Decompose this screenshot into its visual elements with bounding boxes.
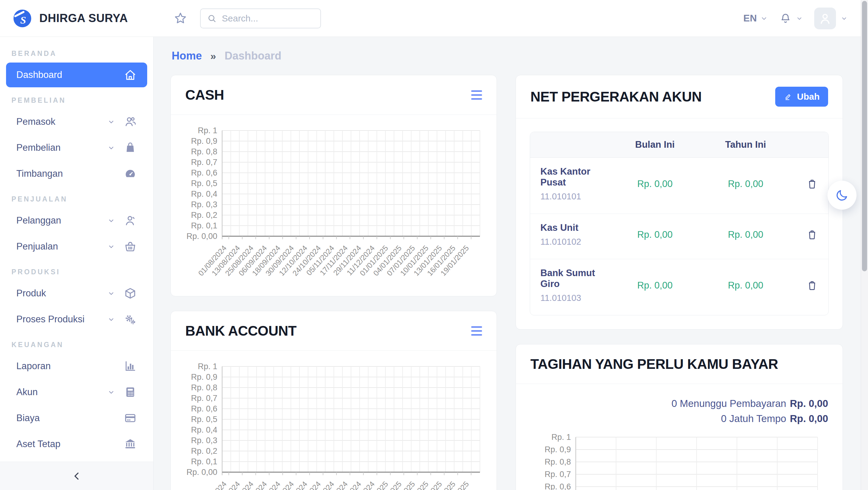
sidebar-item-biaya[interactable]: Biaya [6, 406, 147, 430]
waiting-payment-amount: Rp. 0,00 [790, 398, 828, 409]
gauge-icon [124, 167, 137, 181]
sidebar-item-pelanggan[interactable]: Pelanggan [6, 208, 147, 233]
svg-text:Rp. 0,00: Rp. 0,00 [186, 232, 217, 241]
chevron-down-icon [107, 388, 115, 396]
account-code: 11.010102 [540, 237, 610, 247]
sidebar-item-penjualan[interactable]: Penjualan [6, 234, 147, 259]
chevron-down-icon [107, 289, 115, 297]
scrollbar-thumb[interactable] [862, 1, 867, 271]
svg-text:Rp. 0,2: Rp. 0,2 [191, 447, 217, 456]
pencil-icon [784, 92, 793, 101]
bank-account-card-menu-button[interactable] [471, 326, 482, 336]
favorite-star-button[interactable] [174, 11, 187, 25]
search-box [200, 8, 321, 28]
svg-text:01/08/2024: 01/08/2024 [196, 480, 228, 490]
shopping-bag-icon [124, 141, 137, 154]
chevron-left-icon [71, 470, 83, 482]
svg-text:S: S [20, 14, 26, 26]
cash-card-menu-button[interactable] [471, 90, 482, 100]
svg-text:Rp. 1: Rp. 1 [551, 433, 571, 442]
overdue-label: 0 Jatuh Tempo [721, 413, 786, 424]
month-amount: Rp. 0,00 [610, 229, 700, 240]
brand-logo-icon: S [13, 9, 32, 28]
svg-text:Rp. 0,2: Rp. 0,2 [191, 210, 217, 220]
user-icon [124, 214, 137, 227]
svg-text:Rp. 0,5: Rp. 0,5 [191, 179, 217, 188]
chevron-down-icon [107, 118, 115, 126]
svg-text:Rp. 0,4: Rp. 0,4 [191, 189, 217, 198]
user-menu[interactable] [814, 7, 847, 29]
main-content: Home » Dashboard CASH Rp. 1Rp. 0,9Rp. 0,… [154, 37, 861, 490]
net-table: Bulan Ini Tahun Ini Kas Kantor Pusat 11.… [530, 132, 829, 316]
sidebar-item-timbangan[interactable]: Timbangan [6, 161, 147, 186]
year-amount: Rp. 0,00 [700, 178, 791, 189]
svg-text:Rp. 0,9: Rp. 0,9 [191, 136, 217, 145]
svg-text:Rp. 0,6: Rp. 0,6 [545, 482, 571, 490]
breadcrumb-home-link[interactable]: Home [172, 50, 202, 62]
tagihan-card-title: TAGIHAN YANG PERLU KAMU BAYAR [530, 356, 778, 372]
notifications-dropdown[interactable] [779, 12, 803, 25]
sidebar-item-aset-tetap[interactable]: Aset Tetap [6, 432, 147, 456]
sidebar: BERANDA Dashboard PEMBELIAN Pemasok Pemb… [0, 37, 154, 490]
sidebar-item-proses-produksi[interactable]: Proses Produksi [6, 307, 147, 332]
sidebar-item-laporan[interactable]: Laporan [6, 354, 147, 379]
svg-text:Rp. 1: Rp. 1 [198, 126, 217, 135]
sidebar-section-penjualan: PENJUALAN [6, 187, 147, 208]
svg-text:Rp. 0,3: Rp. 0,3 [191, 200, 217, 209]
tagihan-chart: Rp. 1Rp. 0,9Rp. 0,8Rp. 0,7Rp. 0,6Rp. 0,5… [530, 428, 828, 490]
svg-text:Rp. 0,7: Rp. 0,7 [191, 394, 217, 403]
bar-chart-icon [124, 359, 137, 373]
chevron-down-icon [796, 15, 803, 22]
cash-card-title: CASH [185, 87, 224, 103]
edit-button[interactable]: Ubah [775, 87, 828, 107]
dark-mode-toggle[interactable] [828, 181, 857, 210]
moon-icon [835, 188, 849, 202]
gears-icon [124, 313, 137, 326]
sidebar-item-label: Pembelian [16, 142, 107, 153]
month-amount: Rp. 0,00 [610, 280, 700, 291]
svg-text:Rp. 0,3: Rp. 0,3 [191, 436, 217, 445]
month-amount: Rp. 0,00 [610, 178, 700, 189]
sidebar-item-label: Proses Produksi [16, 314, 107, 325]
net-table-header: Bulan Ini Tahun Ini [530, 132, 829, 158]
svg-text:Rp. 0,8: Rp. 0,8 [545, 457, 571, 466]
chevron-down-icon [761, 15, 768, 22]
svg-text:Rp. 0,4: Rp. 0,4 [191, 425, 217, 434]
brand-title: DHIRGA SURYA [39, 12, 128, 25]
table-row: Bank Sumut Giro 11.010103 Rp. 0,00 Rp. 0… [530, 259, 829, 315]
sidebar-item-akun[interactable]: Akun [6, 380, 147, 404]
sidebar-section-keuangan: KEUANGAN [6, 333, 147, 354]
svg-text:Rp. 0,7: Rp. 0,7 [545, 470, 571, 479]
breadcrumb: Home » Dashboard [172, 50, 843, 62]
language-dropdown[interactable]: EN [743, 13, 768, 24]
table-row: Kas Kantor Pusat 11.010101 Rp. 0,00 Rp. … [530, 158, 829, 214]
breadcrumb-current: Dashboard [224, 50, 281, 62]
column-header-bulan-ini: Bulan Ini [610, 139, 700, 150]
delete-account-button[interactable] [806, 178, 818, 190]
svg-text:Rp. 0,9: Rp. 0,9 [191, 372, 217, 382]
chevron-down-icon [107, 217, 115, 225]
sidebar-item-label: Aset Tetap [16, 439, 124, 450]
sidebar-item-pembelian[interactable]: Pembelian [6, 135, 147, 160]
waiting-payment-line: 0 Menunggu PembayaranRp. 0,00 [530, 398, 828, 409]
delete-account-button[interactable] [806, 280, 818, 292]
sidebar-item-label: Produk [16, 288, 107, 299]
delete-account-button[interactable] [806, 229, 818, 241]
search-input[interactable] [221, 13, 314, 24]
sidebar-item-produk[interactable]: Produk [6, 281, 147, 306]
svg-text:Rp. 0,6: Rp. 0,6 [191, 168, 217, 177]
breadcrumb-separator: » [210, 50, 216, 62]
sidebar-item-label: Akun [16, 387, 107, 398]
sidebar-section-beranda: BERANDA [6, 42, 147, 63]
bank-account-card: BANK ACCOUNT Rp. 1Rp. 0,9Rp. 0,8Rp. 0,7R… [170, 311, 497, 490]
sidebar-section-produksi: PRODUKSI [6, 260, 147, 281]
sidebar-section-pembelian: PEMBELIAN [6, 89, 147, 109]
sidebar-item-dashboard[interactable]: Dashboard [6, 63, 147, 87]
cash-chart: Rp. 1Rp. 0,9Rp. 0,8Rp. 0,7Rp. 0,6Rp. 0,5… [177, 122, 491, 291]
trash-icon [806, 280, 818, 292]
svg-text:Rp. 1: Rp. 1 [198, 362, 217, 371]
trash-icon [806, 178, 818, 190]
sidebar-collapse-button[interactable] [0, 462, 153, 490]
svg-text:Rp. 0,5: Rp. 0,5 [191, 415, 217, 424]
sidebar-item-pemasok[interactable]: Pemasok [6, 109, 147, 134]
